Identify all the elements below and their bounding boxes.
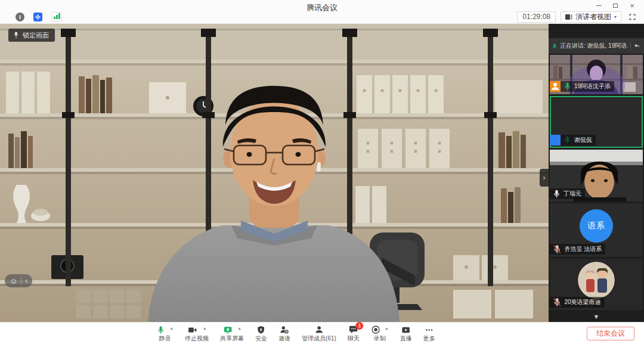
camera-icon bbox=[187, 326, 199, 334]
reactions-quick-bar[interactable]: ☺ ‹ bbox=[5, 274, 32, 287]
sidebar-collapse-tab[interactable]: › bbox=[540, 169, 549, 187]
participant-name-bar: 丁瑞元 bbox=[550, 188, 585, 199]
participant-name: 谢侃侃 bbox=[574, 136, 592, 144]
reply-arrow-icon[interactable] bbox=[633, 42, 641, 50]
participant-name: 丁瑞元 bbox=[564, 190, 581, 198]
share-options-caret[interactable]: ▲ bbox=[237, 326, 242, 331]
participant-tile[interactable]: 语系 齐浩呈 法语系 bbox=[550, 203, 643, 257]
speaking-label: 正在讲话: 谢侃侃, 19阿语... bbox=[560, 42, 628, 50]
mute-options-caret[interactable]: ▲ bbox=[169, 326, 174, 331]
pin-view-button[interactable]: 锁定画面 bbox=[8, 29, 55, 42]
mic-icon bbox=[156, 325, 165, 335]
pin-view-label: 锁定画面 bbox=[23, 31, 49, 40]
minimize-button[interactable] bbox=[590, 0, 607, 11]
participant-name-bar: 19阿语沈子添 bbox=[550, 81, 614, 92]
live-tv-icon bbox=[401, 326, 411, 334]
avatar bbox=[578, 262, 615, 299]
meeting-timer: 01:29:08 bbox=[517, 11, 556, 23]
live-stream-button[interactable]: 直播 bbox=[400, 324, 412, 343]
members-icon bbox=[314, 325, 324, 334]
manage-members-button[interactable]: 管理成员(61) bbox=[302, 324, 336, 343]
person-icon bbox=[550, 81, 561, 92]
security-label: 安全 bbox=[255, 335, 267, 343]
title-bar-right: 01:29:08 演讲者视图 ▾ bbox=[517, 11, 638, 23]
participant-name: 20英语梁雨迪 bbox=[565, 298, 601, 306]
divider bbox=[630, 42, 631, 50]
fullscreen-icon bbox=[628, 13, 636, 21]
participant-name-bar: 齐浩呈 法语系 bbox=[550, 244, 605, 255]
meeting-status-icons: i bbox=[16, 12, 62, 21]
bottom-toolbar: ▲ 静音 ▲ 停止视频 ▲ 共享屏幕 bbox=[0, 322, 644, 344]
chevron-right-icon: › bbox=[543, 173, 546, 182]
main-video: 锁定画面 ☺ ‹ › bbox=[0, 24, 549, 322]
mute-button[interactable]: ▲ 静音 bbox=[156, 324, 174, 343]
gear-icon bbox=[35, 14, 41, 20]
live-stream-label: 直播 bbox=[400, 335, 412, 343]
collapse-left-icon[interactable]: ‹ bbox=[25, 277, 27, 284]
participant-name: 齐浩呈 法语系 bbox=[565, 245, 602, 253]
participants-sidebar: 正在讲话: 谢侃侃, 19阿语... bbox=[549, 24, 644, 322]
person-icon bbox=[550, 135, 561, 145]
participant-name-bar: 20英语梁雨迪 bbox=[550, 297, 605, 308]
layout-icon bbox=[565, 14, 572, 20]
share-screen-icon bbox=[222, 326, 233, 334]
share-screen-label: 共享屏幕 bbox=[220, 335, 244, 343]
fullscreen-button[interactable] bbox=[626, 12, 638, 23]
video-options-caret[interactable]: ▲ bbox=[203, 326, 207, 331]
invite-button[interactable]: 邀请 bbox=[278, 324, 290, 343]
avatar: 语系 bbox=[580, 209, 613, 243]
maximize-button[interactable] bbox=[607, 0, 624, 11]
scroll-down-arrow[interactable]: ▼ bbox=[549, 313, 644, 320]
mute-label: 静音 bbox=[159, 335, 171, 343]
maximize-icon bbox=[613, 4, 618, 8]
participant-name: 19阿语沈子添 bbox=[574, 82, 611, 91]
more-button[interactable]: 更多 bbox=[423, 324, 435, 343]
end-meeting-button[interactable]: 结束会议 bbox=[587, 327, 634, 340]
more-dots-icon bbox=[424, 326, 434, 334]
mic-on-icon bbox=[552, 188, 561, 199]
pin-icon bbox=[13, 32, 19, 39]
more-label: 更多 bbox=[423, 335, 435, 343]
participant-tile[interactable]: 丁瑞元 bbox=[550, 150, 643, 202]
participant-tiles: 19阿语沈子添 bbox=[550, 55, 643, 310]
view-mode-label: 演讲者视图 bbox=[575, 13, 611, 21]
view-mode-button[interactable]: 演讲者视图 ▾ bbox=[561, 11, 621, 23]
divider bbox=[21, 277, 21, 284]
manage-members-label: 管理成员(61) bbox=[302, 335, 336, 343]
shield-icon bbox=[257, 325, 266, 335]
chat-button[interactable]: 1 聊天 bbox=[348, 324, 360, 343]
mic-on-icon bbox=[563, 81, 572, 92]
participant-tile[interactable]: 20英语梁雨迪 bbox=[550, 259, 643, 310]
avatar-image bbox=[578, 262, 615, 299]
tencent-meeting-window: 腾讯会议 × i 01:29:08 演讲者视图 ▾ bbox=[0, 0, 644, 344]
network-signal-icon[interactable] bbox=[51, 12, 62, 21]
participant-tile[interactable]: 谢侃侃 bbox=[550, 96, 643, 148]
minimize-icon bbox=[596, 5, 602, 6]
smiley-icon: ☺ bbox=[10, 277, 17, 285]
mic-muted-icon bbox=[552, 297, 562, 308]
record-button[interactable]: ▲ 录制 bbox=[371, 324, 389, 343]
invite-label: 邀请 bbox=[278, 335, 290, 343]
stop-video-button[interactable]: ▲ 停止视频 bbox=[185, 324, 209, 343]
share-screen-button[interactable]: ▲ 共享屏幕 bbox=[220, 324, 244, 343]
record-options-caret[interactable]: ▲ bbox=[385, 326, 389, 331]
speaker-video-scene bbox=[0, 24, 549, 322]
speaking-indicator: 正在讲话: 谢侃侃, 19阿语... bbox=[549, 38, 644, 54]
toolbar-items: ▲ 静音 ▲ 停止视频 ▲ 共享屏幕 bbox=[156, 323, 435, 344]
chevron-down-icon: ▾ bbox=[614, 13, 617, 21]
hand-raised-badge bbox=[550, 81, 561, 92]
mic-muted-icon bbox=[552, 244, 562, 255]
security-shield-icon[interactable] bbox=[33, 13, 42, 21]
title-bar: 腾讯会议 × i 01:29:08 演讲者视图 ▾ bbox=[0, 0, 644, 24]
close-button[interactable]: × bbox=[624, 0, 640, 11]
mic-on-icon bbox=[563, 135, 572, 145]
chat-unread-badge: 1 bbox=[355, 322, 363, 330]
invite-person-icon bbox=[280, 325, 290, 334]
participant-name-bar: 谢侃侃 bbox=[550, 135, 596, 145]
participant-tile[interactable]: 19阿语沈子添 bbox=[550, 55, 643, 94]
window-controls: × bbox=[590, 0, 640, 11]
security-button[interactable]: 安全 bbox=[255, 324, 267, 343]
meeting-info-icon[interactable]: i bbox=[16, 13, 24, 21]
chat-label: 聊天 bbox=[348, 335, 360, 343]
mic-on-icon bbox=[552, 42, 558, 50]
